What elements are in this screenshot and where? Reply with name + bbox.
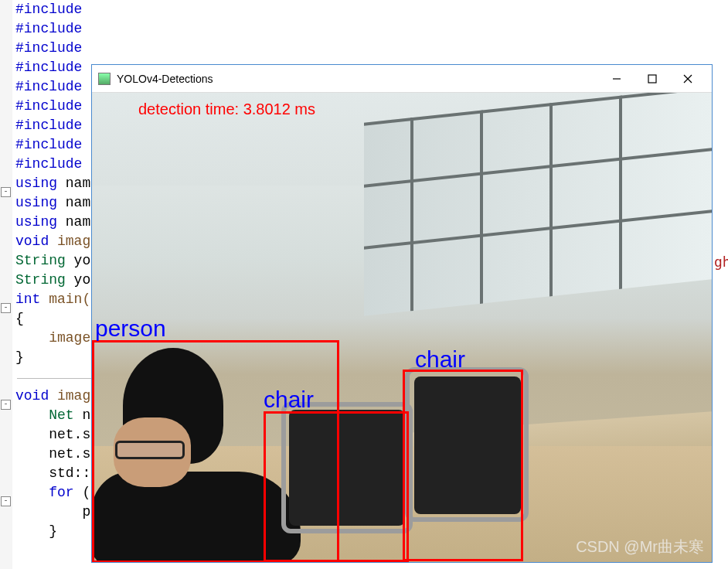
bbox-chair	[403, 370, 523, 561]
bbox-label-chair: chair	[264, 387, 314, 413]
titlebar[interactable]: YOLOv4-Detections	[92, 65, 712, 93]
gutter: - - - -	[0, 0, 12, 569]
detection-window: YOLOv4-Detections	[91, 64, 713, 563]
fold-for[interactable]: -	[1, 496, 11, 506]
bbox-chair	[264, 411, 409, 562]
minimize-button[interactable]	[599, 67, 634, 90]
detection-viewport: detection time: 3.8012 ms personchaircha…	[92, 93, 712, 562]
code-line: #include	[15, 0, 728, 19]
code-line: #include	[15, 39, 728, 58]
code-line: #include	[15, 19, 728, 39]
app-icon	[98, 73, 111, 85]
bbox-label-chair: chair	[415, 346, 465, 373]
bbox-label-person: person	[95, 315, 166, 342]
fold-using-block[interactable]: -	[1, 187, 11, 197]
fold-func[interactable]: -	[1, 400, 11, 410]
code-right-clip: gh	[714, 252, 728, 274]
svg-rect-1	[648, 75, 656, 83]
detection-time-text: detection time: 3.8012 ms	[138, 101, 315, 118]
watermark: CSDN @Mr曲未寒	[576, 537, 704, 557]
fold-main[interactable]: -	[1, 303, 11, 313]
maximize-button[interactable]	[634, 67, 670, 90]
close-button[interactable]	[670, 67, 706, 90]
window-title: YOLOv4-Detections	[117, 73, 599, 85]
